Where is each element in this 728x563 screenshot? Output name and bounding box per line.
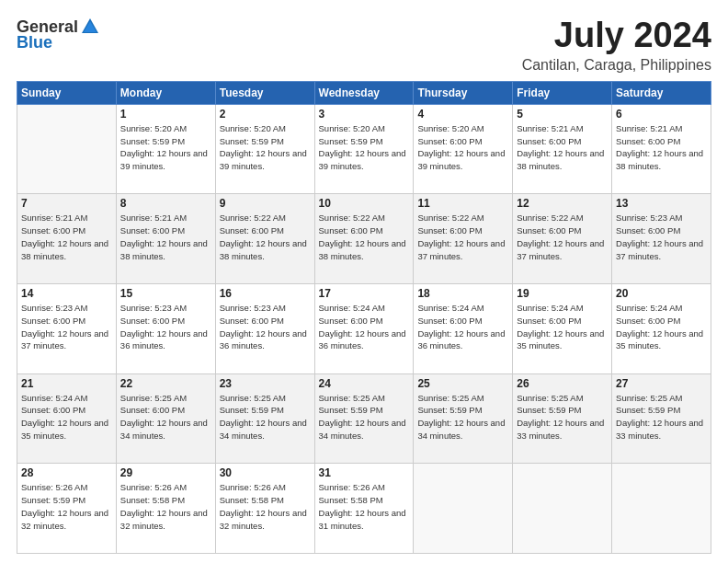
- day-info: Sunrise: 5:25 AMSunset: 5:59 PMDaylight:…: [517, 392, 608, 442]
- day-number: 16: [220, 287, 311, 300]
- sunrise-text: Sunrise: 5:22 AM: [517, 213, 583, 223]
- calendar-week-row: 21Sunrise: 5:24 AMSunset: 6:00 PMDayligh…: [17, 373, 711, 464]
- daylight-text: Daylight: 12 hours and 33 minutes.: [616, 418, 703, 441]
- sunrise-text: Sunrise: 5:21 AM: [21, 213, 87, 223]
- col-friday: Friday: [513, 81, 612, 104]
- day-number: 29: [120, 466, 211, 479]
- table-row: 12Sunrise: 5:22 AMSunset: 6:00 PMDayligh…: [513, 194, 612, 284]
- table-row: 24Sunrise: 5:25 AMSunset: 5:59 PMDayligh…: [314, 373, 414, 464]
- day-number: 3: [319, 108, 410, 121]
- table-row: 26Sunrise: 5:25 AMSunset: 5:59 PMDayligh…: [513, 373, 612, 464]
- day-number: 24: [319, 377, 410, 390]
- col-monday: Monday: [116, 81, 215, 104]
- day-info: Sunrise: 5:25 AMSunset: 6:00 PMDaylight:…: [120, 392, 211, 442]
- sunset-text: Sunset: 6:00 PM: [21, 405, 85, 415]
- sunrise-text: Sunrise: 5:25 AM: [517, 393, 583, 403]
- sunset-text: Sunset: 6:00 PM: [319, 316, 383, 326]
- sunrise-text: Sunrise: 5:26 AM: [319, 482, 385, 492]
- table-row: 3Sunrise: 5:20 AMSunset: 5:59 PMDaylight…: [314, 104, 414, 194]
- day-info: Sunrise: 5:20 AMSunset: 5:59 PMDaylight:…: [220, 122, 311, 173]
- day-info: Sunrise: 5:24 AMSunset: 6:00 PMDaylight:…: [21, 392, 112, 442]
- day-info: Sunrise: 5:24 AMSunset: 6:00 PMDaylight:…: [616, 302, 707, 352]
- table-row: 31Sunrise: 5:26 AMSunset: 5:58 PMDayligh…: [314, 464, 414, 554]
- sunset-text: Sunset: 5:59 PM: [616, 405, 680, 415]
- daylight-text: Daylight: 12 hours and 34 minutes.: [120, 418, 208, 441]
- day-info: Sunrise: 5:22 AMSunset: 6:00 PMDaylight:…: [417, 212, 508, 262]
- daylight-text: Daylight: 12 hours and 31 minutes.: [319, 508, 406, 531]
- table-row: 6Sunrise: 5:21 AMSunset: 6:00 PMDaylight…: [612, 104, 711, 194]
- day-number: 25: [417, 377, 508, 390]
- day-number: 18: [417, 287, 508, 300]
- daylight-text: Daylight: 12 hours and 35 minutes.: [616, 328, 703, 351]
- sunrise-text: Sunrise: 5:21 AM: [616, 123, 682, 133]
- daylight-text: Daylight: 12 hours and 36 minutes.: [417, 328, 505, 351]
- sunrise-text: Sunrise: 5:21 AM: [120, 213, 187, 223]
- day-info: Sunrise: 5:22 AMSunset: 6:00 PMDaylight:…: [220, 212, 311, 262]
- daylight-text: Daylight: 12 hours and 36 minutes.: [220, 328, 307, 351]
- sunrise-text: Sunrise: 5:26 AM: [220, 482, 286, 492]
- logo-icon: [80, 17, 100, 37]
- day-info: Sunrise: 5:21 AMSunset: 6:00 PMDaylight:…: [120, 212, 211, 262]
- day-info: Sunrise: 5:25 AMSunset: 5:59 PMDaylight:…: [616, 392, 707, 442]
- table-row: 19Sunrise: 5:24 AMSunset: 6:00 PMDayligh…: [513, 284, 612, 374]
- table-row: [17, 104, 117, 194]
- table-row: 11Sunrise: 5:22 AMSunset: 6:00 PMDayligh…: [414, 194, 513, 284]
- day-number: 10: [319, 197, 410, 210]
- table-row: [612, 464, 711, 554]
- sunset-text: Sunset: 6:00 PM: [616, 316, 680, 326]
- table-row: 15Sunrise: 5:23 AMSunset: 6:00 PMDayligh…: [116, 284, 215, 374]
- table-row: 17Sunrise: 5:24 AMSunset: 6:00 PMDayligh…: [314, 284, 414, 374]
- daylight-text: Daylight: 12 hours and 34 minutes.: [319, 418, 406, 441]
- sunset-text: Sunset: 5:59 PM: [21, 495, 85, 505]
- calendar-header-row: Sunday Monday Tuesday Wednesday Thursday…: [17, 81, 711, 104]
- table-row: 9Sunrise: 5:22 AMSunset: 6:00 PMDaylight…: [215, 194, 314, 284]
- day-info: Sunrise: 5:25 AMSunset: 5:59 PMDaylight:…: [319, 392, 410, 442]
- daylight-text: Daylight: 12 hours and 37 minutes.: [517, 238, 604, 261]
- day-info: Sunrise: 5:23 AMSunset: 6:00 PMDaylight:…: [616, 212, 707, 262]
- sunset-text: Sunset: 6:00 PM: [120, 225, 185, 236]
- sunset-text: Sunset: 5:59 PM: [319, 405, 383, 415]
- sunrise-text: Sunrise: 5:25 AM: [417, 393, 483, 403]
- sunset-text: Sunset: 5:58 PM: [220, 495, 284, 505]
- sunset-text: Sunset: 6:00 PM: [319, 225, 383, 236]
- sunset-text: Sunset: 6:00 PM: [21, 316, 85, 326]
- daylight-text: Daylight: 12 hours and 33 minutes.: [517, 418, 604, 441]
- day-number: 2: [220, 108, 311, 121]
- table-row: 22Sunrise: 5:25 AMSunset: 6:00 PMDayligh…: [116, 373, 215, 464]
- calendar-week-row: 28Sunrise: 5:26 AMSunset: 5:59 PMDayligh…: [17, 464, 711, 554]
- sunset-text: Sunset: 5:59 PM: [517, 405, 581, 415]
- day-number: 7: [21, 197, 112, 210]
- table-row: 23Sunrise: 5:25 AMSunset: 5:59 PMDayligh…: [215, 373, 314, 464]
- sunrise-text: Sunrise: 5:22 AM: [417, 213, 483, 223]
- table-row: 20Sunrise: 5:24 AMSunset: 6:00 PMDayligh…: [612, 284, 711, 374]
- sunset-text: Sunset: 6:00 PM: [220, 225, 284, 236]
- table-row: 13Sunrise: 5:23 AMSunset: 6:00 PMDayligh…: [612, 194, 711, 284]
- day-number: 8: [120, 197, 211, 210]
- sunrise-text: Sunrise: 5:23 AM: [220, 303, 286, 313]
- daylight-text: Daylight: 12 hours and 32 minutes.: [21, 508, 108, 531]
- day-info: Sunrise: 5:23 AMSunset: 6:00 PMDaylight:…: [21, 302, 112, 352]
- calendar-week-row: 14Sunrise: 5:23 AMSunset: 6:00 PMDayligh…: [17, 284, 711, 374]
- day-info: Sunrise: 5:23 AMSunset: 6:00 PMDaylight:…: [220, 302, 311, 352]
- logo-blue-text: Blue: [17, 33, 52, 52]
- table-row: 25Sunrise: 5:25 AMSunset: 5:59 PMDayligh…: [414, 373, 513, 464]
- daylight-text: Daylight: 12 hours and 32 minutes.: [220, 508, 307, 531]
- daylight-text: Daylight: 12 hours and 38 minutes.: [21, 238, 108, 261]
- day-number: 15: [120, 287, 211, 300]
- day-number: 9: [220, 197, 311, 210]
- sunrise-text: Sunrise: 5:22 AM: [319, 213, 385, 223]
- sunrise-text: Sunrise: 5:25 AM: [120, 393, 187, 403]
- sunrise-text: Sunrise: 5:24 AM: [417, 303, 483, 313]
- sunset-text: Sunset: 6:00 PM: [417, 316, 482, 326]
- table-row: 18Sunrise: 5:24 AMSunset: 6:00 PMDayligh…: [414, 284, 513, 374]
- day-number: 12: [517, 197, 608, 210]
- day-number: 31: [319, 466, 410, 479]
- table-row: 2Sunrise: 5:20 AMSunset: 5:59 PMDaylight…: [215, 104, 314, 194]
- day-number: 14: [21, 287, 112, 300]
- sunrise-text: Sunrise: 5:25 AM: [319, 393, 385, 403]
- day-info: Sunrise: 5:23 AMSunset: 6:00 PMDaylight:…: [120, 302, 211, 352]
- day-info: Sunrise: 5:22 AMSunset: 6:00 PMDaylight:…: [517, 212, 608, 262]
- col-tuesday: Tuesday: [215, 81, 314, 104]
- header: General Blue July 2024 Cantilan, Caraga,…: [17, 17, 711, 74]
- day-info: Sunrise: 5:26 AMSunset: 5:59 PMDaylight:…: [21, 481, 112, 532]
